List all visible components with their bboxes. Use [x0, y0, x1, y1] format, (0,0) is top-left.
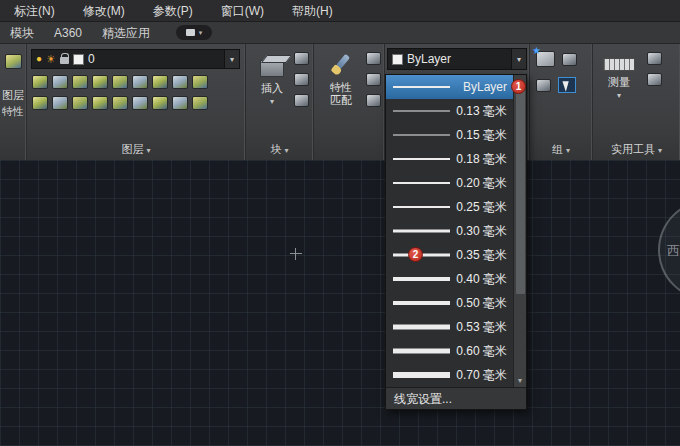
layer-freeze-icon[interactable] [72, 75, 88, 89]
layer-on-icon[interactable] [32, 96, 48, 110]
lineweight-settings-item[interactable]: 线宽设置... [386, 387, 526, 409]
layer-panel-label[interactable]: 图层▾ [27, 142, 245, 157]
annotation-badge: 2 [408, 247, 423, 262]
layer-color-swatch-icon [73, 54, 84, 65]
dropdown-arrow-icon: ▾ [566, 146, 570, 155]
lineweight-option[interactable]: 0.13 毫米 [386, 99, 513, 123]
layer-off-icon[interactable] [32, 75, 48, 89]
scrollbar-thumb[interactable] [516, 89, 525, 294]
lineweight-label: 0.60 毫米 [456, 339, 507, 363]
layer-previous-icon[interactable] [132, 75, 148, 89]
bulb-icon: ● [36, 54, 42, 64]
define-attributes-icon[interactable] [294, 73, 309, 86]
layer-lock-icon[interactable] [92, 75, 108, 89]
layer-unisolate-icon[interactable] [52, 96, 68, 110]
match-settings-icon[interactable] [366, 73, 381, 86]
ungroup-icon[interactable] [562, 53, 577, 66]
lineweight-option[interactable]: 0.70 毫米 [386, 363, 513, 387]
group-icon[interactable]: ★ [536, 51, 555, 67]
lineweight-combo[interactable]: ByLayer ▾ [387, 48, 527, 70]
lineweight-option[interactable]: 0.40 毫米 [386, 267, 513, 291]
layer-isolate-icon[interactable] [52, 75, 68, 89]
lineweight-option[interactable]: 0.18 毫米 [386, 147, 513, 171]
match-properties-button[interactable]: 特性 匹配 [318, 50, 364, 107]
layer-manager-icon[interactable] [192, 96, 208, 110]
ribbon-tab[interactable]: A360 [44, 22, 92, 44]
dropdown-arrow-icon[interactable]: ▾ [511, 49, 526, 69]
layer-delete-icon[interactable] [152, 96, 168, 110]
lineweight-option[interactable]: 0.60 毫米 [386, 339, 513, 363]
layer-copy-icon[interactable] [112, 96, 128, 110]
match-properties-brush-icon [330, 54, 352, 76]
lineweight-option[interactable]: 0.25 毫米 [386, 195, 513, 219]
create-block-icon[interactable] [294, 52, 309, 65]
block-panel: 插入 ▾ 块▾ [246, 44, 314, 160]
layer-properties-button[interactable]: 图层 特性 [0, 44, 27, 160]
drawing-canvas[interactable]: 西 [0, 160, 680, 446]
interface-toggle-button[interactable]: ▾ [176, 25, 212, 40]
dropdown-arrow-icon[interactable]: ▾ [224, 50, 239, 68]
ribbon-tab[interactable]: 模块 [0, 22, 44, 44]
group-panel-label[interactable]: 组▾ [530, 142, 592, 157]
measure-button[interactable]: 测量 ▾ [596, 50, 642, 100]
menu-item[interactable]: 修改(M) [69, 0, 139, 22]
dropdown-arrow-icon: ▾ [270, 97, 274, 106]
lineweight-label: 0.53 毫米 [456, 315, 507, 339]
lineweight-option[interactable]: 0.50 毫米 [386, 291, 513, 315]
quick-select-icon[interactable] [647, 52, 662, 65]
layer-thaw-icon[interactable] [72, 96, 88, 110]
menu-item[interactable]: 窗口(W) [207, 0, 278, 22]
utility-tools [647, 52, 662, 86]
group-selection-toggle[interactable] [558, 77, 576, 93]
insert-block-button[interactable]: 插入 ▾ [251, 50, 293, 106]
lineweight-option[interactable]: 0.20 毫米 [386, 171, 513, 195]
lineweight-sample [393, 206, 450, 208]
lineweight-option[interactable]: ByLayer1 [386, 75, 513, 99]
group-panel: ★ 组▾ [530, 44, 593, 160]
lineweight-option[interactable]: 0.15 毫米 [386, 123, 513, 147]
layer-combo-value: 0 [88, 52, 95, 66]
layer-walk-icon[interactable] [152, 75, 168, 89]
lineweight-dropdown-list: ByLayer10.13 毫米0.15 毫米0.18 毫米0.20 毫米0.25… [386, 75, 526, 387]
group-manager-icon[interactable] [536, 79, 551, 92]
measure-button-label: 测量 [608, 76, 630, 89]
quick-calc-icon[interactable] [647, 73, 662, 86]
layer-combo[interactable]: ● ☀ 0 ▾ [31, 49, 240, 69]
utilities-panel-label[interactable]: 实用工具▾ [593, 142, 680, 157]
scroll-down-icon[interactable]: ▼ [514, 375, 526, 387]
group-tools-row-1: ★ [536, 51, 577, 67]
menu-item[interactable]: 标注(N) [0, 0, 69, 22]
lock-icon [60, 57, 69, 64]
block-panel-label[interactable]: 块▾ [246, 142, 313, 157]
lineweight-option[interactable]: 0.30 毫米 [386, 219, 513, 243]
layer-fade-icon[interactable] [172, 96, 188, 110]
layer-settings-icon[interactable] [192, 75, 208, 89]
sun-icon: ☀ [46, 54, 56, 65]
lineweight-option[interactable]: 0.35 毫米2 [386, 243, 513, 267]
viewcube[interactable]: 西 [658, 200, 680, 300]
menu-item[interactable]: 参数(P) [139, 0, 207, 22]
scrollbar[interactable]: ▲ ▼ [513, 75, 526, 387]
block-editor-icon[interactable] [294, 94, 309, 107]
ribbon-tab[interactable]: 精选应用 [92, 22, 160, 44]
property-palette-icon[interactable] [366, 52, 381, 65]
layer-state-icon[interactable] [172, 75, 188, 89]
lineweight-label: 0.70 毫米 [456, 363, 507, 387]
insert-block-icon [260, 60, 284, 77]
layer-merge-icon[interactable] [132, 96, 148, 110]
lineweight-sample [393, 86, 450, 88]
panel-label-text: 块 [270, 143, 281, 155]
lineweight-sample [393, 349, 450, 354]
layer-match-icon[interactable] [112, 75, 128, 89]
lineweight-option[interactable]: 0.53 毫米 [386, 315, 513, 339]
autocad-window: 标注(N)修改(M)参数(P)窗口(W)帮助(H) 模块A360精选应用 ▾ 图… [0, 0, 680, 446]
lineweight-sample [393, 111, 450, 112]
menu-item[interactable]: 帮助(H) [278, 0, 347, 22]
layer-unlock-icon[interactable] [92, 96, 108, 110]
lineweight-sample [393, 372, 450, 378]
menubar: 标注(N)修改(M)参数(P)窗口(W)帮助(H) [0, 0, 680, 22]
panel-label-text: 组 [552, 143, 563, 155]
more-properties-icon[interactable] [366, 94, 381, 107]
viewcube-west-label: 西 [667, 242, 680, 260]
lineweight-label: 0.40 毫米 [456, 267, 507, 291]
